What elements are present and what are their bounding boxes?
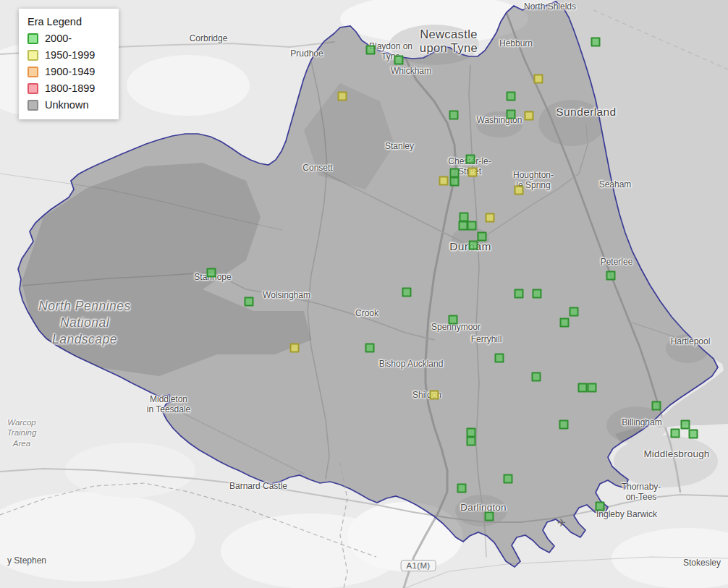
map-viewport[interactable]: North ShieldsNewcastle upon TyneHexhamCo… (0, 0, 728, 588)
road-shield-a1m: A1(M) (401, 560, 436, 571)
era-marker[interactable] (469, 241, 478, 250)
era-marker[interactable] (588, 383, 597, 393)
legend-swatch-icon (27, 33, 38, 44)
legend-swatch-icon (27, 83, 38, 94)
era-marker[interactable] (468, 168, 478, 177)
era-marker[interactable] (504, 474, 513, 484)
era-marker[interactable] (430, 391, 439, 400)
era-marker[interactable] (466, 155, 475, 164)
era-marker[interactable] (449, 315, 458, 325)
era-marker[interactable] (402, 288, 412, 297)
legend-item-label: 2000- (45, 33, 72, 44)
era-marker[interactable] (507, 92, 516, 101)
legend-item: 1800-1899 (27, 82, 109, 94)
legend-title: Era Legend (27, 16, 109, 27)
era-marker[interactable] (515, 289, 524, 299)
legend-item-label: 1900-1949 (45, 66, 95, 77)
era-marker[interactable] (533, 289, 542, 299)
era-marker[interactable] (485, 512, 494, 521)
airplane-icon: ✈ (557, 516, 567, 529)
era-marker[interactable] (681, 420, 690, 430)
era-marker[interactable] (450, 177, 460, 187)
era-marker[interactable] (467, 221, 477, 231)
era-marker[interactable] (606, 271, 616, 281)
era-marker[interactable] (495, 354, 504, 363)
era-marker[interactable] (525, 111, 534, 121)
era-marker[interactable] (478, 232, 487, 242)
era-marker[interactable] (457, 484, 467, 493)
era-marker[interactable] (439, 176, 449, 186)
era-marker[interactable] (338, 92, 347, 101)
era-marker[interactable] (366, 46, 376, 55)
legend-item: 1900-1949 (27, 66, 109, 77)
era-marker[interactable] (570, 307, 579, 317)
era-marker[interactable] (394, 56, 404, 65)
era-marker[interactable] (560, 318, 570, 328)
era-marker[interactable] (652, 401, 661, 411)
era-marker[interactable] (532, 372, 541, 382)
legend-item: 1950-1999 (27, 49, 109, 61)
era-marker[interactable] (467, 437, 476, 446)
era-marker[interactable] (207, 268, 216, 278)
era-marker[interactable] (591, 38, 601, 47)
era-marker[interactable] (689, 430, 698, 439)
era-marker[interactable] (559, 420, 569, 430)
legend-items: 2000-1950-19991900-19491800-1899Unknown (27, 33, 109, 111)
legend-swatch-icon (27, 50, 38, 61)
era-marker[interactable] (245, 297, 254, 307)
legend-item: Unknown (27, 99, 109, 111)
legend-item: 2000- (27, 33, 109, 44)
legend-swatch-icon (27, 100, 38, 111)
era-marker[interactable] (534, 74, 543, 84)
era-legend: Era Legend 2000-1950-19991900-19491800-1… (19, 9, 119, 119)
era-marker[interactable] (290, 344, 300, 353)
legend-item-label: Unknown (45, 99, 88, 111)
legend-item-label: 1950-1999 (45, 49, 95, 61)
era-marker[interactable] (365, 344, 375, 353)
era-marker[interactable] (578, 383, 588, 393)
era-marker[interactable] (449, 111, 459, 120)
era-marker[interactable] (507, 110, 516, 119)
legend-item-label: 1800-1899 (45, 82, 95, 94)
legend-swatch-icon (27, 67, 38, 77)
era-marker[interactable] (596, 502, 605, 511)
era-marker[interactable] (515, 186, 524, 195)
era-marker[interactable] (671, 429, 680, 438)
era-marker[interactable] (486, 213, 495, 223)
